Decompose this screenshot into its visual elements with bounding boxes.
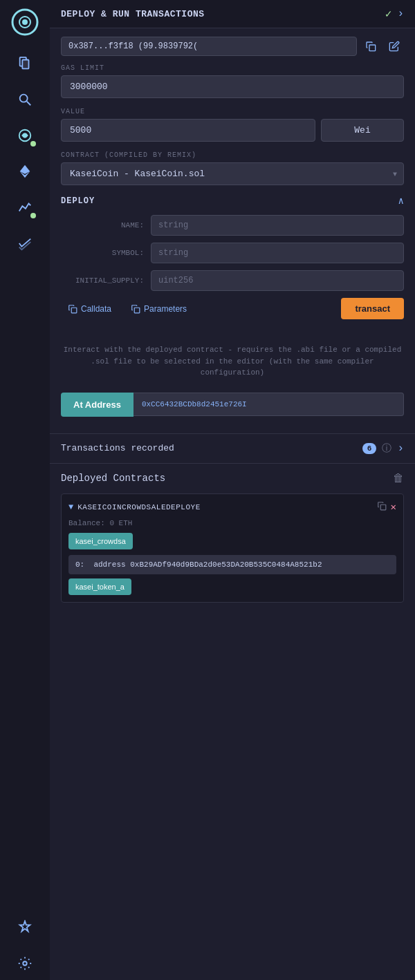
parameters-button[interactable]: Parameters [124, 300, 194, 318]
file-icon[interactable] [8, 47, 42, 80]
edit-account-button[interactable] [385, 37, 404, 56]
gas-limit-group: GAS LIMIT [61, 64, 404, 98]
initial-supply-label: INITIAL_SUPPLY: [61, 276, 151, 285]
value-group: VALUE Wei [61, 108, 404, 142]
contract-select-wrapper: KaseiCoin - KaseiCoin.sol [61, 162, 404, 185]
analytics-icon[interactable] [8, 191, 42, 224]
collapse-deploy-button[interactable]: ∧ [398, 195, 404, 207]
check-icon: ✓ [385, 7, 392, 21]
verify-icon[interactable] [8, 227, 42, 260]
parameters-label: Parameters [144, 304, 187, 314]
calldata-label: Calldata [81, 304, 111, 314]
contract-card-header: ▼ KASEICOINCROWDSALEDEPLOYE ✕ [68, 501, 396, 513]
kasei-crowdsale-button[interactable]: kasei_crowdsa [68, 533, 133, 549]
main-panel: DEPLOY & RUN TRANSACTIONS ✓ › 0x387...f3… [50, 0, 415, 980]
sidebar [0, 0, 50, 980]
transact-button[interactable]: transact [341, 298, 404, 319]
contract-card: ▼ KASEICOINCROWDSALEDEPLOYE ✕ Balance: 0… [61, 493, 404, 603]
content-area: 0x387...f3f18 (99.9839792( GAS LIMIT [50, 28, 415, 337]
at-address-button[interactable]: At Address [61, 393, 133, 417]
info-text: Interact with the deployed contract - re… [50, 337, 415, 386]
account-row: 0x387...f3f18 (99.9839792( [61, 37, 404, 56]
gas-limit-input[interactable] [61, 75, 404, 98]
svg-rect-12 [71, 308, 77, 313]
at-address-input[interactable] [133, 393, 404, 416]
name-label: NAME: [61, 221, 151, 229]
svg-point-5 [20, 95, 28, 102]
deployed-contracts-section: Deployed Contracts 🗑 ▼ KASEICOINCROWDSAL… [50, 464, 415, 619]
symbol-label: SYMBOL: [61, 249, 151, 257]
contract-select[interactable]: KaseiCoin - KaseiCoin.sol [61, 162, 404, 185]
value-label: VALUE [61, 108, 404, 115]
deploy-title: DEPLOY [61, 196, 95, 206]
unit-select[interactable]: Wei [321, 119, 404, 142]
transactions-info-icon: ⓘ [382, 442, 391, 455]
settings-icon[interactable] [8, 947, 42, 980]
contract-group: CONTRACT (Compiled by Remix) KaseiCoin -… [61, 151, 404, 185]
account-select[interactable]: 0x387...f3f18 (99.9839792( [61, 37, 357, 56]
panel-title: DEPLOY & RUN TRANSACTIONS [61, 9, 205, 19]
svg-line-6 [27, 102, 31, 106]
calldata-button[interactable]: Calldata [61, 300, 118, 318]
value-row: Wei [61, 119, 404, 142]
kasei-token-button[interactable]: kasei_token_a [68, 578, 131, 595]
search-icon[interactable] [8, 83, 42, 116]
deploy-section: DEPLOY ∧ NAME: SYMBOL: INITIAL_SUPPLY: [61, 195, 404, 319]
chevron-right-icon[interactable]: › [397, 8, 404, 20]
svg-point-10 [23, 961, 27, 965]
value-input[interactable] [61, 119, 315, 142]
svg-rect-13 [134, 308, 140, 313]
contract-label: CONTRACT (Compiled by Remix) [61, 151, 404, 159]
initial-supply-field: INITIAL_SUPPLY: [61, 270, 404, 291]
header-actions: ✓ › [385, 7, 404, 21]
deployed-contracts-header: Deployed Contracts 🗑 [61, 472, 404, 485]
svg-point-2 [22, 19, 28, 25]
contract-card-name: KASEICOINCROWDSALEDEPLOYE [77, 503, 372, 511]
deployed-contracts-title: Deployed Contracts [61, 473, 165, 484]
name-field: NAME: [61, 215, 404, 236]
transactions-recorded-row[interactable]: Transactions recorded 6 ⓘ › [50, 433, 415, 464]
svg-rect-4 [22, 60, 28, 69]
contract-balance: Balance: 0 ETH [68, 519, 396, 527]
close-contract-button[interactable]: ✕ [391, 501, 396, 513]
gas-limit-label: GAS LIMIT [61, 64, 404, 72]
ethereum-icon[interactable] [8, 155, 42, 188]
address-index: 0: [75, 560, 89, 569]
contract-expand-button[interactable]: ▼ [68, 502, 73, 512]
symbol-input[interactable] [151, 243, 404, 263]
logo-icon [8, 6, 42, 39]
action-row: Calldata Parameters transact [61, 298, 404, 319]
name-input[interactable] [151, 215, 404, 236]
deploy-run-icon[interactable] [8, 119, 42, 152]
address-value: 0xB29ADf940d9BDa2d0e53DA20B535C0484A8521… [130, 560, 322, 569]
panel-header: DEPLOY & RUN TRANSACTIONS ✓ › [50, 0, 415, 28]
contract-address-output: 0: address 0xB29ADf940d9BDa2d0e53DA20B53… [68, 555, 396, 575]
symbol-field: SYMBOL: [61, 243, 404, 263]
transactions-count-badge: 6 [362, 443, 377, 454]
at-address-container: At Address [50, 393, 415, 433]
initial-supply-input[interactable] [151, 270, 404, 291]
deploy-header: DEPLOY ∧ [61, 195, 404, 207]
address-key: address [93, 560, 130, 569]
transactions-recorded-label: Transactions recorded [61, 443, 357, 453]
clear-contracts-button[interactable]: 🗑 [393, 472, 404, 485]
transactions-chevron-icon[interactable]: › [397, 442, 404, 455]
svg-rect-14 [380, 505, 386, 510]
at-address-row: At Address [61, 393, 404, 417]
plugin-icon[interactable] [8, 911, 42, 944]
copy-contract-button[interactable] [377, 501, 387, 513]
copy-account-button[interactable] [361, 37, 380, 56]
svg-rect-11 [369, 45, 376, 51]
